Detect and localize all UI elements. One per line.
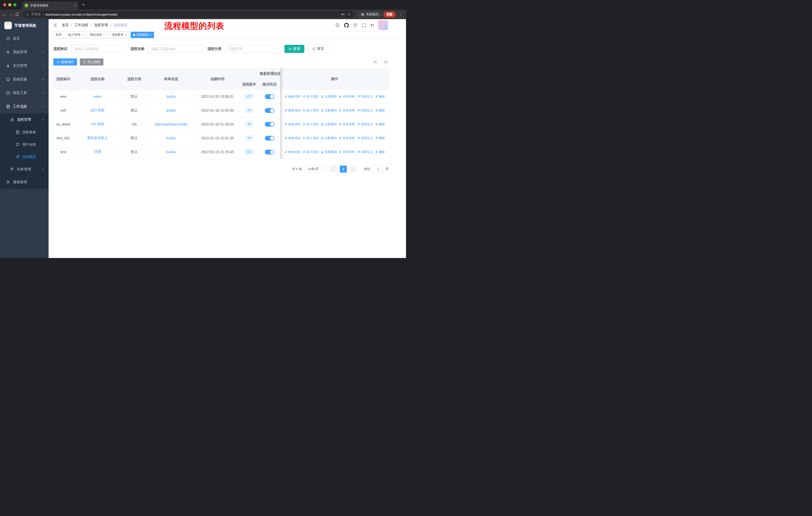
hamburger-icon[interactable] — [53, 23, 58, 27]
close-window-button[interactable] — [3, 3, 6, 6]
publish-process-link[interactable]: 发布流程 — [339, 122, 355, 127]
zoom-window-button[interactable] — [13, 3, 17, 6]
form-info-link[interactable]: biubiu — [166, 94, 176, 99]
edit-process-link[interactable]: 修改流程 — [284, 94, 300, 99]
design-process-link[interactable]: 设计流程 — [302, 136, 318, 140]
delete-process-link[interactable]: 删除 — [375, 94, 385, 99]
active-toggle[interactable] — [265, 94, 274, 99]
edit-process-link[interactable]: 修改流程 — [284, 136, 300, 140]
sidebar-item-workflow[interactable]: 工作流程 — [0, 100, 49, 113]
sidebar-item-infrastructure[interactable]: 基础设施 — [0, 73, 49, 86]
design-process-link[interactable]: 设计流程 — [302, 150, 318, 154]
update-browser-button[interactable]: 更新 — [383, 11, 396, 18]
import-process-button[interactable]: 导入流程 — [80, 58, 104, 65]
publish-process-link[interactable]: 发布流程 — [339, 150, 355, 154]
design-process-link[interactable]: 设计流程 — [302, 108, 318, 113]
delete-process-link[interactable]: 删除 — [375, 150, 385, 154]
tag-my-process[interactable]: 我的流程 × — [87, 32, 108, 38]
breadcrumb-workflow[interactable]: 工作流程 — [74, 23, 88, 27]
font-size-icon[interactable]: TT — [370, 23, 374, 27]
form-info-link[interactable]: biubiu — [166, 136, 176, 140]
assign-rule-link[interactable]: 分配规则 — [321, 150, 337, 154]
sidebar-item-process-management[interactable]: 流程管理 — [0, 113, 49, 126]
tag-close-icon[interactable]: × — [150, 33, 151, 37]
sidebar-item-home[interactable]: 首页 — [0, 32, 49, 45]
tag-close-icon[interactable]: × — [103, 33, 105, 37]
goto-page-input[interactable] — [373, 166, 384, 172]
password-key-icon[interactable] — [341, 12, 345, 17]
active-toggle[interactable] — [265, 122, 274, 127]
delete-process-link[interactable]: 删除 — [375, 122, 385, 127]
next-page-button[interactable]: › — [350, 166, 357, 172]
sidebar-item-devtools[interactable]: 研发工具 — [0, 86, 49, 100]
refresh-table-button[interactable] — [382, 59, 389, 65]
forward-icon[interactable]: → — [9, 12, 13, 17]
publish-process-link[interactable]: 发布流程 — [339, 108, 355, 113]
active-toggle[interactable] — [265, 150, 274, 155]
search-icon[interactable] — [335, 23, 340, 27]
create-process-button[interactable]: 新建流程 — [53, 58, 77, 65]
github-icon[interactable] — [344, 23, 349, 28]
edit-process-link[interactable]: 修改流程 — [284, 122, 300, 127]
publish-process-link[interactable]: 发布流程 — [339, 136, 355, 140]
sidebar-item-process-model[interactable]: 流程模型 — [0, 151, 49, 163]
browser-menu-icon[interactable]: ⋮ — [398, 12, 404, 17]
process-name-input[interactable] — [148, 45, 203, 53]
form-info-link[interactable]: biubiu — [166, 150, 176, 154]
sidebar-item-process-form[interactable]: 流程表单 — [0, 126, 49, 138]
process-definition-link[interactable]: 流程定义 — [357, 122, 373, 127]
fullscreen-icon[interactable] — [362, 23, 366, 27]
edit-process-link[interactable]: 修改流程 — [284, 150, 300, 154]
assign-rule-link[interactable]: 分配规则 — [321, 108, 337, 113]
tag-tenant-management[interactable]: 租户管理 × — [66, 32, 86, 38]
bookmark-star-icon[interactable]: ☆ — [348, 12, 351, 17]
design-process-link[interactable]: 设计流程 — [302, 122, 318, 127]
prev-page-button[interactable]: ‹ — [330, 166, 337, 172]
tag-home[interactable]: 首页 — [53, 32, 64, 38]
new-tab-button[interactable]: + — [82, 2, 85, 7]
search-button[interactable]: 搜索 — [284, 45, 304, 53]
user-avatar[interactable] — [378, 20, 388, 30]
process-definition-link[interactable]: 流程定义 — [357, 150, 373, 154]
process-key-input[interactable] — [71, 45, 126, 53]
help-icon[interactable]: ? — [353, 23, 357, 27]
reload-icon[interactable] — [15, 12, 19, 17]
process-definition-link[interactable]: 流程定义 — [357, 108, 373, 113]
design-process-link[interactable]: 设计流程 — [302, 94, 318, 99]
minimize-window-button[interactable] — [8, 3, 11, 6]
reset-button[interactable]: 重置 — [308, 45, 328, 53]
process-name-link[interactable]: 滔博 — [94, 150, 101, 154]
process-name-link[interactable]: 自己审批 — [91, 108, 105, 112]
delete-process-link[interactable]: 删除 — [375, 136, 385, 140]
browser-tab[interactable]: 芋道管理系统 × — [22, 1, 79, 9]
publish-process-link[interactable]: 发布流程 — [339, 94, 355, 99]
process-name-link[interactable]: OA 请假 — [91, 122, 104, 126]
tag-close-icon[interactable]: × — [82, 33, 83, 37]
assign-rule-link[interactable]: 分配规则 — [321, 94, 337, 99]
process-definition-link[interactable]: 流程定义 — [357, 94, 373, 99]
form-info-link[interactable]: biubiu — [166, 108, 176, 112]
breadcrumb-home[interactable]: 首页 — [62, 23, 69, 27]
form-info-link[interactable]: /bpm/oa/leave/create — [154, 122, 187, 126]
active-toggle[interactable] — [265, 108, 274, 113]
show-search-toggle-button[interactable] — [372, 59, 379, 65]
delete-process-link[interactable]: 删除 — [375, 108, 385, 113]
sidebar-item-task-management[interactable]: 任务管理 — [0, 163, 49, 175]
tag-close-icon[interactable]: × — [125, 33, 126, 37]
address-bar[interactable]: ⚠ 不安全 dashboard.yudao.iocoder.cn/bpm/man… — [23, 11, 354, 18]
edit-process-link[interactable]: 修改流程 — [284, 108, 300, 113]
tab-close-icon[interactable]: × — [74, 3, 76, 7]
process-definition-link[interactable]: 流程定义 — [357, 136, 373, 140]
sidebar-item-payment[interactable]: ¥ 支付管理 — [0, 59, 49, 73]
back-icon[interactable]: ← — [2, 12, 7, 17]
assign-rule-link[interactable]: 分配规则 — [321, 122, 337, 127]
sidebar-item-leave-query[interactable]: 请假查询 — [0, 175, 49, 189]
process-name-link[interactable]: eeee — [94, 94, 102, 99]
current-page-button[interactable]: 1 — [340, 166, 347, 172]
process-category-select[interactable]: 流程分类 — [225, 45, 281, 53]
page-size-select[interactable]: 10条/页 — [305, 166, 327, 172]
assign-rule-link[interactable]: 分配规则 — [321, 136, 337, 140]
process-name-link[interactable]: 测试多审批人 — [87, 136, 108, 140]
breadcrumb-process-management[interactable]: 流程管理 — [94, 23, 108, 27]
sidebar-item-user-group[interactable]: 用户分组 — [0, 138, 49, 151]
